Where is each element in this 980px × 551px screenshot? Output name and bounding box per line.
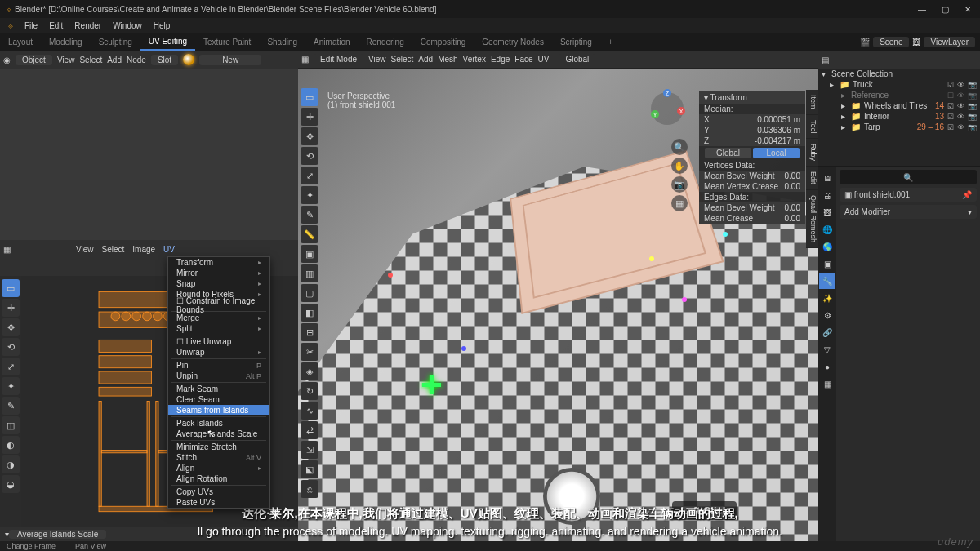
tab-scripting[interactable]: Scripting (552, 33, 600, 51)
eye-icon[interactable]: 👁 (957, 113, 964, 121)
uv-menu-uv[interactable]: UV (163, 245, 175, 254)
editor-type-icon[interactable]: ◉ (3, 56, 11, 64)
ctx-align-rotation[interactable]: Align Rotation (168, 473, 270, 484)
tab-layout[interactable]: Layout (0, 33, 41, 51)
ctx-mirror[interactable]: Mirror▸ (168, 268, 270, 278)
move-icon[interactable]: ✥ (301, 127, 318, 145)
exclude-icon[interactable]: ☑ (947, 102, 954, 110)
persp-toggle-icon[interactable]: ▦ (671, 195, 688, 211)
rip-icon[interactable]: ⎌ (301, 480, 318, 498)
bevel-icon[interactable]: ◧ (301, 304, 318, 322)
render-props-icon[interactable]: 🖥 (819, 170, 835, 186)
viewport-editor-icon[interactable]: ▦ (301, 55, 309, 64)
move-tool-icon[interactable]: ✥ (2, 318, 20, 336)
eye-icon[interactable]: 👁 (957, 81, 964, 89)
outliner-icon[interactable]: ▤ (822, 56, 829, 64)
active-object[interactable]: ▣ front shield.001📌 (840, 188, 977, 202)
select-tool-icon[interactable]: ▭ (2, 279, 20, 297)
transform-tool-icon[interactable]: ✦ (2, 377, 20, 395)
rotate-icon[interactable]: ⟲ (301, 147, 318, 165)
collection-reference[interactable]: Reference (851, 91, 944, 100)
menu-select[interactable]: Select (79, 56, 102, 64)
nav-gizmo[interactable]: Z X Y (647, 88, 688, 131)
eye-icon[interactable]: 👁 (957, 102, 964, 110)
tab-quadremesh[interactable]: Quad Remesh (806, 190, 818, 248)
vp-menu-uv[interactable]: UV (538, 55, 550, 64)
render-icon[interactable]: 📷 (968, 113, 977, 121)
uv-menu-view[interactable]: View (76, 245, 94, 254)
loopcut-icon[interactable]: ⊟ (301, 323, 318, 341)
viewport-mode[interactable]: Edit Mode (314, 54, 363, 64)
menu-help[interactable]: Help (149, 21, 176, 30)
new-material-button[interactable]: New (199, 55, 261, 65)
uv-menu-select[interactable]: Select (102, 245, 125, 254)
select-box-icon[interactable]: ▭ (301, 88, 318, 106)
tab-animation[interactable]: Animation (305, 33, 358, 51)
cursor-tool-icon[interactable]: ✛ (2, 299, 20, 317)
viewlayer-props-icon[interactable]: 🖼 (819, 204, 835, 220)
knife-icon[interactable]: ✂ (301, 343, 318, 361)
exclude-icon[interactable]: ☐ (947, 91, 954, 100)
vp-menu-select[interactable]: Select (391, 55, 414, 64)
tab-add[interactable]: + (600, 33, 621, 51)
collection-wheels[interactable]: Wheels and Tires (864, 101, 932, 110)
add-modifier-button[interactable]: Add Modifier▾ (840, 205, 977, 219)
tab-compositing[interactable]: Compositing (412, 33, 474, 51)
menu-render[interactable]: Render (69, 21, 106, 30)
ctx-average-islands-scale[interactable]: Average Islands Scale (168, 429, 270, 439)
z-value[interactable]: -0.004217 m (755, 136, 800, 145)
ctx-copy-uvs[interactable]: Copy UVs (168, 487, 270, 497)
x-value[interactable]: 0.000051 m (757, 115, 800, 124)
menu-view[interactable]: View (57, 56, 75, 64)
material-props-icon[interactable]: ● (819, 358, 835, 375)
ctx-clear-seam[interactable]: Clear Seam (168, 394, 270, 405)
tab-ruby[interactable]: Ruby (806, 139, 818, 167)
exclude-icon[interactable]: ☑ (947, 123, 954, 131)
camera-icon[interactable]: 📷 (671, 176, 688, 193)
transform-icon[interactable]: ✦ (301, 186, 318, 204)
material-preview-icon[interactable] (183, 54, 194, 65)
rip-tool-icon[interactable]: ◫ (2, 416, 20, 434)
tab-shading[interactable]: Shading (259, 33, 305, 51)
vp-menu-mesh[interactable]: Mesh (438, 55, 457, 64)
ctx-constrain-to-image-bounds[interactable]: ☐ Constrain to Image Bounds (168, 300, 270, 310)
add-cube-icon[interactable]: ▣ (301, 245, 318, 263)
ctx-pin[interactable]: PinP (168, 360, 270, 371)
vertex-crease-value[interactable]: 0.00 (785, 182, 800, 191)
vp-menu-edge[interactable]: Edge (491, 55, 510, 64)
render-icon[interactable]: 📷 (968, 102, 977, 110)
tab-rendering[interactable]: Rendering (359, 33, 412, 51)
pinch-tool-icon[interactable]: ◒ (2, 475, 20, 493)
vp-menu-vertex[interactable]: Vertex (463, 55, 486, 64)
uv-editor-icon[interactable]: ▦ (3, 245, 11, 254)
polybuild-icon[interactable]: ◈ (301, 362, 318, 380)
scale-tool-icon[interactable]: ⤢ (2, 358, 20, 375)
bevel-weight-value[interactable]: 0.00 (785, 171, 800, 180)
menu-edit[interactable]: Edit (44, 21, 68, 30)
ctx-split[interactable]: Split▸ (168, 323, 270, 334)
scene-collection[interactable]: Scene Collection (831, 69, 977, 78)
scene-field[interactable]: Scene (873, 37, 909, 47)
space-local-button[interactable]: Local (753, 148, 800, 158)
tab-edit[interactable]: Edit (806, 167, 818, 190)
tab-tool[interactable]: Tool (806, 115, 818, 140)
world-props-icon[interactable]: 🌎 (819, 238, 835, 255)
zoom-icon[interactable]: 🔍 (671, 139, 688, 155)
ctx-unwrap[interactable]: Unwrap▸ (168, 347, 270, 358)
ctx-seams-from-islands[interactable]: Seams from Islands (168, 405, 270, 415)
uv-menu-image[interactable]: Image (132, 245, 155, 254)
maximize-icon[interactable]: ▢ (939, 5, 951, 14)
scene-props-icon[interactable]: 🌐 (819, 221, 835, 238)
tab-uvediting[interactable]: UV Editing (140, 33, 195, 51)
shear-icon[interactable]: ⬕ (301, 460, 318, 478)
shrink-icon[interactable]: ⇲ (301, 441, 318, 459)
ctx-snap[interactable]: Snap▸ (168, 278, 270, 289)
constraints-props-icon[interactable]: 🔗 (819, 324, 835, 340)
object-props-icon[interactable]: ▣ (819, 256, 835, 272)
mesh-props-icon[interactable]: ▽ (819, 341, 835, 358)
exclude-icon[interactable]: ☑ (947, 113, 954, 121)
space-global-button[interactable]: Global (705, 148, 751, 158)
ctx-unpin[interactable]: UnpinAlt P (168, 371, 270, 381)
scale-icon[interactable]: ⤢ (301, 167, 318, 184)
output-props-icon[interactable]: 🖨 (819, 187, 835, 203)
